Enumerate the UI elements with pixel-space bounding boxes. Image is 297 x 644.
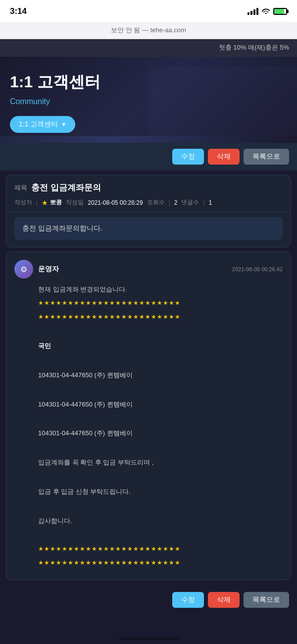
status-icons: [248, 7, 287, 15]
delete-button[interactable]: 삭제: [208, 149, 240, 165]
author-label: 작성자: [14, 198, 32, 207]
bottom-delete-button[interactable]: 삭제: [208, 592, 240, 608]
admin-avatar: ⚙: [14, 260, 33, 279]
reply-stars4: ★★★★★★★★★★★★★★★★★★★★★★★★: [38, 558, 283, 569]
status-bar: 3:14: [0, 0, 297, 22]
wifi-icon: [261, 7, 270, 15]
post-author: ★ 뽀콩: [42, 198, 62, 207]
post-title: 충전 입금계좌문의: [31, 182, 101, 193]
post-comments: 1: [209, 199, 212, 206]
reply-line4: 감사합니다.: [38, 515, 283, 527]
post-header: 제목 충전 입금계좌문의 작성자 | ★ 뽀콩 작성일 2021-08-05 0…: [6, 175, 291, 212]
post-date: 2021-08-05 00:26:29: [88, 199, 143, 206]
reply-line2: 입금계좌를 꼭 확인 후 입금 부탁드리며 ,: [38, 457, 283, 468]
reply-timestamp: 2021-08-05 00:26:42: [232, 266, 283, 272]
address-text: 보안 안 됨 — tehe-aa.com: [111, 26, 186, 34]
reply-stars3: ★★★★★★★★★★★★★★★★★★★★★★★★: [38, 544, 283, 555]
reply-line3: 입금 후 입금 신청 부탁드립니다.: [38, 486, 283, 497]
post-title-row: 제목 충전 입금계좌문의: [14, 182, 283, 193]
post-card: 제목 충전 입금계좌문의 작성자 | ★ 뽀콩 작성일 2021-08-05 0…: [6, 175, 291, 247]
author-name: 뽀콩: [50, 198, 62, 207]
top-action-row: 수정 삭제 목록으로: [0, 143, 297, 171]
bottom-edit-button[interactable]: 수정: [172, 592, 204, 608]
reply-author-name: 운영자: [38, 265, 227, 274]
list-button[interactable]: 목록으로: [244, 149, 289, 165]
comments-label: 댓글수: [181, 198, 199, 207]
reply-account1: 104301-04-447650 (주) 퀸템베이: [38, 369, 283, 381]
home-indicator: [119, 638, 178, 640]
reply-author-info: 운영자: [38, 265, 227, 274]
page-title: 1:1 고객센터: [10, 71, 287, 93]
reply-section: ⚙ 운영자 2021-08-05 00:26:42 현재 입금계좌 변경되었습니…: [6, 251, 291, 580]
address-bar: 보안 안 됨 — tehe-aa.com: [0, 22, 297, 39]
reply-stars2: ★★★★★★★★★★★★★★★★★★★★★★★★: [38, 312, 283, 323]
community-label: Community: [10, 97, 287, 106]
battery-icon: [273, 8, 287, 15]
post-views: 2: [174, 199, 178, 206]
post-body: 충전 입금계좌문의합니다.: [14, 217, 283, 240]
section-dropdown[interactable]: 1:1 고객센터 ▼: [10, 116, 75, 133]
hero-section: 1:1 고객센터 Community 1:1 고객센터 ▼: [0, 57, 297, 143]
views-label: 조회수: [147, 198, 165, 207]
top-banner: 첫충 10% 매(재)충은 5%: [0, 39, 297, 57]
reply-header: ⚙ 운영자 2021-08-05 00:26:42: [14, 260, 283, 279]
bottom-list-button[interactable]: 목록으로: [244, 592, 289, 608]
signal-bars-icon: [248, 8, 258, 15]
chevron-down-icon: ▼: [61, 121, 66, 127]
reply-body: 현재 입금계좌 변경되었습니다. ★★★★★★★★★★★★★★★★★★★★★★★…: [14, 284, 283, 569]
edit-button[interactable]: 수정: [172, 149, 204, 165]
reply-line1: 현재 입금계좌 변경되었습니다.: [38, 284, 283, 295]
author-star-icon: ★: [42, 199, 48, 207]
title-label: 제목: [14, 183, 27, 192]
reply-stars1: ★★★★★★★★★★★★★★★★★★★★★★★★: [38, 298, 283, 309]
reply-account2: 104301-04-447650 (주) 퀸템베이: [38, 399, 283, 410]
post-meta: 작성자 | ★ 뽀콩 작성일 2021-08-05 00:26:29 조회수 |…: [14, 198, 283, 207]
reply-account3: 104301-04-447650 (주) 퀸템베이: [38, 427, 283, 439]
date-label: 작성일: [66, 198, 84, 207]
banner-text: 첫충 10% 매(재)충은 5%: [219, 44, 289, 51]
bottom-action-row: 수정 삭제 목록으로: [0, 586, 297, 618]
status-time: 3:14: [10, 6, 27, 16]
reply-bank-name: 국민: [38, 340, 283, 351]
